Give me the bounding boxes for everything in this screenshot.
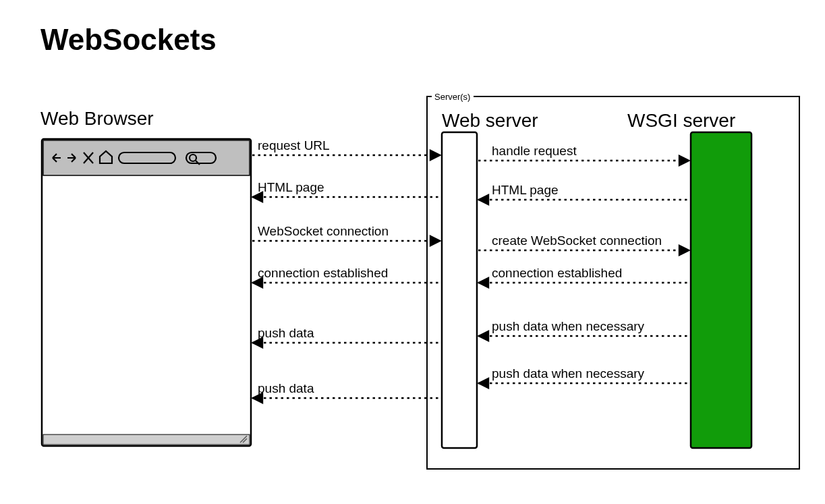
page-title: WebSockets xyxy=(40,23,217,56)
left-arrow-label-1: HTML page xyxy=(258,180,324,194)
right-arrow-label-3: connection established xyxy=(492,266,622,280)
svg-rect-0 xyxy=(42,139,251,446)
right-arrow-label-1: HTML page xyxy=(492,183,559,197)
left-arrow-label-3: connection established xyxy=(258,266,388,280)
right-arrow-label-0: handle request xyxy=(492,144,577,158)
right-arrow-label-5: push data when necessary xyxy=(492,366,645,381)
diagram-canvas: WebSockets Web Browser xyxy=(0,0,825,504)
browser-window xyxy=(42,139,251,446)
wsgi-server-box xyxy=(691,132,751,448)
browser-statusbar xyxy=(43,435,250,445)
right-arrow-label-4: push data when necessary xyxy=(492,319,645,333)
web-server-box xyxy=(442,132,477,448)
left-arrow-label-4: push data xyxy=(258,326,314,340)
browser-label: Web Browser xyxy=(40,108,154,129)
left-arrow-label-2: WebSocket connection xyxy=(258,224,389,238)
right-arrow-label-2: create WebSocket connection xyxy=(492,233,662,248)
wsgi-server-label: WSGI server xyxy=(627,110,735,131)
web-server-label: Web server xyxy=(442,110,538,131)
left-arrow-label-0: request URL xyxy=(258,138,330,152)
server-group-label: Server(s) xyxy=(434,92,470,102)
left-arrow-label-5: push data xyxy=(258,381,314,395)
